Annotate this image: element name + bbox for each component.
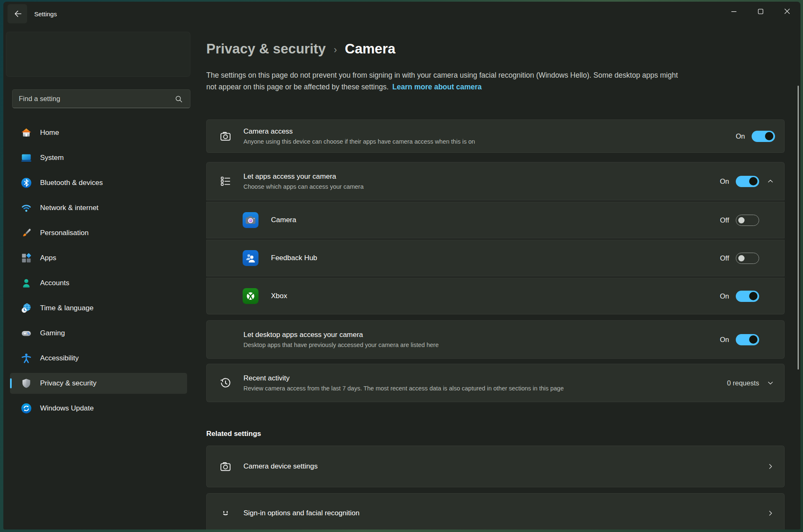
toggle-state-label: On [720,292,729,300]
let-apps-access-row[interactable]: Let apps access your camera Choose which… [206,162,785,200]
maximize-button[interactable] [747,2,774,21]
page-description: The settings on this page do not prevent… [206,69,785,93]
camera-app-toggle[interactable] [736,215,759,226]
sidebar-item-label: Accessibility [40,354,79,362]
row-title: Camera access [243,127,475,136]
toggle-knob [749,177,757,185]
chevron-up-icon[interactable] [766,177,775,185]
app-name: Camera [271,216,296,224]
toggle-state-label: On [736,132,745,140]
xbox-toggle[interactable] [736,291,759,302]
app-row-xbox[interactable]: Xbox On [206,278,785,314]
windows-update-icon [21,403,32,414]
minimize-icon [731,9,737,14]
time-language-globe-icon [21,303,32,314]
xbox-icon [243,288,258,304]
feedback-hub-toggle[interactable] [736,253,759,264]
toggle-knob [738,255,745,261]
toggle-state-label: Off [720,216,729,224]
feedback-hub-icon [243,250,258,266]
face-icon [219,507,232,519]
sidebar-item-accounts[interactable]: Accounts [10,273,187,294]
sidebar-item-label: Time & language [40,304,94,312]
vertical-scrollbar[interactable] [798,86,799,370]
row-subtitle: Choose which apps can access your camera [243,183,364,190]
camera-app-icon [243,212,258,228]
search-icon[interactable] [174,94,184,104]
row-subtitle: Review camera access from the last 7 day… [243,385,564,392]
accounts-person-icon [21,278,32,289]
system-icon [21,152,32,163]
sidebar-item-label: Personalisation [40,229,89,237]
description-line1: The settings on this page do not prevent… [206,71,678,79]
breadcrumb-separator-icon: › [334,39,337,58]
toggle-state-label: On [720,177,729,185]
sidebar-item-personalisation[interactable]: Personalisation [10,223,187,243]
row-title: Recent activity [243,374,564,383]
sidebar-item-bluetooth[interactable]: Bluetooth & devices [10,172,187,193]
row-subtitle: Anyone using this device can choose if t… [243,138,475,145]
app-list-icon [219,175,232,187]
app-title: Settings [34,10,57,18]
sidebar-item-windows-update[interactable]: Windows Update [10,398,187,419]
toggle-knob [749,292,757,300]
chevron-right-icon [766,463,775,470]
app-row-feedback-hub[interactable]: Feedback Hub Off [206,240,785,276]
close-button[interactable] [774,2,800,21]
recent-activity-row[interactable]: Recent activity Review camera access fro… [206,364,785,402]
settings-window: Settings [3,2,800,529]
apps-icon [21,253,32,263]
back-button[interactable] [8,4,27,23]
user-profile-card[interactable] [6,32,190,77]
sidebar-item-time-language[interactable]: Time & language [10,298,187,319]
sidebar-item-network[interactable]: Network & internet [10,198,187,218]
toggle-knob [765,132,773,140]
sidebar-item-label: System [40,154,64,162]
sidebar-item-apps[interactable]: Apps [10,248,187,269]
app-row-camera[interactable]: Camera Off [206,202,785,238]
toggle-state-label: On [720,336,729,344]
app-name: Feedback Hub [271,254,317,262]
sidebar-item-label: Network & internet [40,204,99,212]
breadcrumb: Privacy & security › Camera [206,39,785,58]
sidebar-item-gaming[interactable]: Gaming [10,323,187,344]
minimize-button[interactable] [720,2,747,21]
accessibility-person-icon [21,353,32,364]
sidebar-item-home[interactable]: Home [10,122,187,143]
sidebar-item-label: Home [40,129,59,137]
let-apps-toggle[interactable] [736,176,759,187]
sidebar-nav: Home System [3,122,195,419]
sidebar-item-label: Bluetooth & devices [40,179,103,187]
camera-access-toggle[interactable] [752,131,775,142]
page-title: Camera [345,40,395,58]
sidebar-item-accessibility[interactable]: Accessibility [10,348,187,369]
camera-outline-icon [219,460,232,473]
related-settings-heading: Related settings [206,429,785,439]
gaming-gamepad-icon [21,328,32,339]
camera-access-row[interactable]: Camera access Anyone using this device c… [206,119,785,153]
toggle-knob [749,335,757,344]
chevron-down-icon[interactable] [766,379,775,387]
sidebar-item-label: Windows Update [40,404,94,413]
privacy-shield-icon [21,378,32,389]
desktop-apps-toggle[interactable] [736,334,759,345]
sidebar-item-privacy-security[interactable]: Privacy & security [10,373,187,394]
home-icon [21,127,32,138]
maximize-icon [758,9,763,14]
desktop-apps-row[interactable]: Let desktop apps access your camera Desk… [206,320,785,359]
sign-in-options-row[interactable]: Sign-in options and facial recognition [206,493,785,529]
learn-more-link[interactable]: Learn more about camera [393,83,482,91]
sidebar-item-system[interactable]: System [10,147,187,168]
main-content: Privacy & security › Camera The settings… [195,26,800,529]
window-controls [720,2,800,26]
recent-requests-count: 0 requests [727,379,759,387]
sidebar-item-label: Privacy & security [40,379,96,388]
search-input[interactable] [13,95,174,103]
breadcrumb-parent[interactable]: Privacy & security [206,40,326,58]
search-box [12,89,190,108]
sidebar-item-label: Accounts [40,279,69,287]
camera-device-settings-row[interactable]: Camera device settings [206,446,785,487]
chevron-right-icon [766,509,775,517]
network-icon [21,203,32,213]
titlebar: Settings [3,2,800,26]
